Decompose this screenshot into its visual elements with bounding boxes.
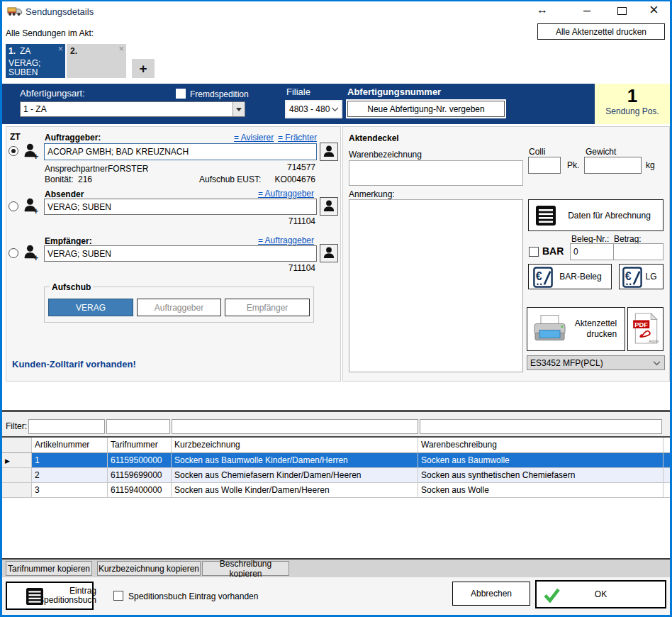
gewicht-unit: kg [646,160,655,170]
dropdown-arrow-icon[interactable] [233,102,245,116]
header-tarifnummer[interactable]: Tarifnummer [108,438,172,452]
print-all-aktenzettel-button[interactable]: Alle Aktenzettel drucken [537,23,665,40]
cell-artikelnummer[interactable]: 2 [32,468,108,482]
absender-auftraggeber-link[interactable]: = Auftraggeber [258,189,314,199]
title-bar: Sendungsdetails ↔ – × [2,1,670,23]
person-add-icon[interactable]: + [23,244,40,265]
filter-input-3[interactable] [172,419,418,434]
gewicht-input[interactable] [584,157,642,174]
bonitaet-value: 216 [78,174,92,184]
list-icon [26,588,43,607]
printer-dropdown[interactable]: ES3452 MFP(PCL) [527,355,665,370]
tarifnummer-kopieren-button[interactable]: Tarifnummer kopieren [6,561,92,576]
betrag-input[interactable] [613,243,663,260]
cell-warenbeschreibung[interactable]: Socken aus synthetischen Chemiefasern [418,468,663,482]
empfaenger-contact-button[interactable] [320,244,338,262]
header-kurzbezeichnung[interactable]: Kurzbezeichnung [172,438,418,452]
auftraggeber-input[interactable] [44,143,317,160]
chevron-down-icon[interactable] [331,104,341,114]
lg-button[interactable]: € LG [619,264,663,289]
beschreibung-kopieren-button[interactable]: Beschreibung kopieren [202,561,289,576]
cell-tarifnummer[interactable]: 61159400000 [108,483,172,497]
ok-button[interactable]: OK [535,580,666,608]
absender-input[interactable] [44,199,317,215]
filiale-label: Filiale [286,87,310,97]
auftraggeber-label: Auftraggeber: [45,133,101,143]
header-warenbeschreibung[interactable]: Warenbeschreibung [418,438,663,452]
aufschub-empfaenger-button[interactable]: Empfänger [225,299,310,316]
person-add-icon[interactable]: + [23,143,40,163]
beleg-nr-label: Beleg-Nr.: [571,234,609,244]
fraechter-link[interactable]: = Frächter [278,133,317,143]
aktenzettel-drucken-button[interactable]: Aktenzettel drucken [527,307,625,351]
cell-tarifnummer[interactable]: 61159500000 [108,453,172,467]
filter-input-2[interactable] [106,419,170,434]
cell-tarifnummer[interactable]: 61159699000 [108,468,172,482]
colli-input[interactable] [528,157,561,174]
tab-sendung-2[interactable]: 2. × [67,44,126,78]
cell-kurzbezeichnung[interactable]: Socken aus Wolle Kinder/Damen/Heeren [172,483,418,497]
warenbezeichnung-textarea[interactable] [349,160,523,186]
aufschub-verag-button[interactable]: VERAG [48,299,133,316]
maximize-icon[interactable] [617,7,627,15]
fremdspedition-label: Fremdspedition [190,89,249,99]
speditionsbuch-checkbox[interactable] [113,591,123,601]
lg-label: LG [645,272,656,282]
daten-abrechnung-button[interactable]: Daten für Abrechnung [528,199,663,231]
window-title: Sendungsdetails [26,6,94,17]
cell-artikelnummer[interactable]: 3 [32,483,108,497]
table-row[interactable]: 3 61159400000 Socken aus Wolle Kinder/Da… [2,483,670,498]
cell-artikelnummer[interactable]: 1 [32,453,108,467]
cell-kurzbezeichnung[interactable]: Socken aus Chemiefasern Kinder/Damen/Hee… [172,468,418,482]
cell-warenbeschreibung[interactable]: Socken aus Baumwolle [418,453,663,467]
aktenzettel-label-line1: Aktenzettel [575,318,617,329]
close-icon[interactable]: × [649,1,659,19]
pdf-button[interactable]: PDF Adobe [627,307,663,351]
resize-arrows-icon[interactable]: ↔ [537,4,548,16]
minimize-icon[interactable]: – [583,3,590,18]
zt-radio-empfaenger[interactable] [9,248,18,258]
filter-input-4[interactable] [420,419,662,434]
add-tab-button[interactable]: + [132,59,155,78]
abfertigungsnummer-label: Abfertigungsnummer [347,87,441,97]
filter-label: Filter: [6,421,27,431]
kurzbezeichnung-kopieren-button[interactable]: Kurzbezeichnung kopieren [97,561,201,576]
table-row[interactable]: ▶ 1 61159500000 Socken aus Baumwolle Kin… [2,453,670,468]
cell-kurzbezeichnung[interactable]: Socken aus Baumwolle Kinder/Damen/Herren [172,453,418,467]
aufschub-auftraggeber-button[interactable]: Auftraggeber [137,299,221,316]
cell-warenbeschreibung[interactable]: Socken aus Wolle [418,483,663,497]
abbrechen-button[interactable]: Abbrechen [452,582,530,606]
svg-text:€: € [536,270,542,282]
empfaenger-number: 711104 [289,263,315,273]
avisierer-link[interactable]: = Avisierer [234,133,274,143]
zt-radio-auftraggeber[interactable] [9,146,18,156]
absender-label: Absender [45,189,84,199]
eintrag-speditionsbuch-button[interactable]: Eintrag Speditionsbuch [6,582,94,610]
bar-beleg-button[interactable]: € BAR-Beleg [528,264,612,289]
tab1-close-icon[interactable]: × [57,43,63,54]
row-selector [2,468,32,482]
tab2-close-icon[interactable]: × [118,43,124,54]
auftraggeber-contact-button[interactable] [320,143,338,161]
table-row[interactable]: 2 61159699000 Socken aus Chemiefasern Ki… [2,468,670,483]
filter-input-1[interactable] [28,419,105,434]
neue-abfertigungsnummer-button[interactable]: Neue Abfertigung-Nr. vergeben [347,101,505,117]
fremdspedition-checkbox[interactable] [176,89,186,99]
printer-icon [533,313,566,348]
empfaenger-input[interactable] [44,245,317,262]
bar-checkbox[interactable] [529,247,539,257]
anmerkung-textarea[interactable] [349,199,523,372]
zt-label: ZT [10,132,21,142]
empfaenger-auftraggeber-link[interactable]: = Auftraggeber [258,235,314,245]
filiale-dropdown[interactable]: 4803 - 480 [285,100,342,118]
absender-contact-button[interactable] [320,197,338,216]
chevron-down-icon[interactable] [653,358,664,368]
aktendeckel-title: Aktendeckel [349,133,399,143]
tab-sendung-1[interactable]: 1. ZA × VERAG; SUBEN [6,44,65,78]
svg-text:+: + [33,152,38,160]
header-artikelnummer[interactable]: Artikelnummer [32,438,108,452]
position-value: 1 [595,85,670,106]
abfertigungsart-dropdown[interactable]: 1 - ZA [20,101,245,117]
zt-radio-absender[interactable] [9,201,18,211]
person-add-icon[interactable]: + [23,197,40,218]
